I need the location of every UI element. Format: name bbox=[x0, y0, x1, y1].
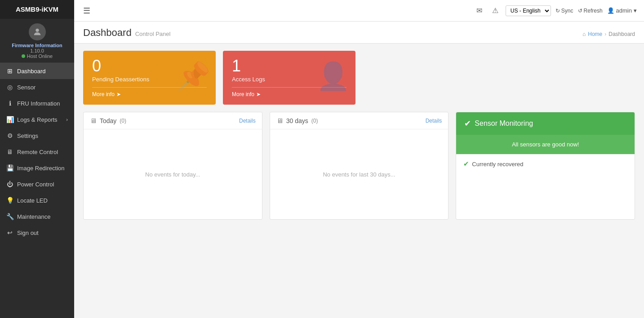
refresh-label: Refresh bbox=[584, 8, 603, 14]
sensor-recovered-row: ✔ Currently recovered bbox=[456, 154, 635, 173]
info-icon: ℹ bbox=[6, 100, 13, 107]
page-title-row: Dashboard Control Panel bbox=[83, 27, 170, 39]
today-label: Today bbox=[100, 117, 116, 124]
host-status: Host Online bbox=[22, 53, 53, 59]
wrench-icon: 🔧 bbox=[6, 213, 13, 220]
chevron-right-icon: › bbox=[66, 117, 68, 122]
cards-area: 0 Pending Deassertions 📌 More info ➤ 1 A… bbox=[74, 44, 644, 112]
sidebar-item-signout[interactable]: ↩ Sign out bbox=[0, 225, 74, 241]
disk-icon: 💾 bbox=[6, 164, 13, 172]
thirty-day-panel-title: 🖥 30 days (0) bbox=[276, 117, 318, 124]
today-panel-body: No events for today... bbox=[84, 129, 262, 219]
thirty-day-panel-body: No events for last 30 days... bbox=[270, 129, 449, 219]
sidebar-item-label: Locate LED bbox=[17, 197, 48, 204]
hamburger-button[interactable]: ☰ bbox=[81, 4, 92, 18]
sidebar-item-sensor[interactable]: ◎ Sensor bbox=[0, 79, 74, 95]
settings-icon: ⚙ bbox=[6, 132, 13, 139]
firmware-info-link[interactable]: Firmware Information bbox=[12, 43, 62, 48]
thirty-day-label: 30 days bbox=[286, 117, 308, 124]
middle-section: 🖥 Today (0) Details No events for today.… bbox=[74, 112, 644, 227]
sidebar-item-maintenance[interactable]: 🔧 Maintenance bbox=[0, 208, 74, 225]
sensor-monitoring-title: Sensor Monitoring bbox=[475, 119, 533, 128]
sidebar-item-dashboard[interactable]: ⊞ Dashboard bbox=[0, 63, 74, 79]
sensor-icon: ◎ bbox=[6, 84, 13, 91]
thirty-day-events-panel: 🖥 30 days (0) Details No events for last… bbox=[270, 112, 449, 220]
led-icon: 💡 bbox=[6, 197, 13, 204]
thirty-day-empty-message: No events for last 30 days... bbox=[323, 171, 395, 178]
sensor-panel-header: ✔ Sensor Monitoring bbox=[456, 112, 635, 135]
sidebar-item-label: Maintenance bbox=[17, 213, 50, 220]
sensor-monitoring-panel: ✔ Sensor Monitoring All sensors are good… bbox=[456, 112, 635, 220]
chevron-down-icon: ▾ bbox=[634, 7, 637, 14]
sensor-recovered-label: Currently recovered bbox=[472, 161, 523, 168]
alert-button[interactable]: ⚠ bbox=[489, 4, 501, 17]
sidebar: ASMB9-iKVM Firmware Information 1.10.0 H… bbox=[0, 0, 74, 318]
page-subtitle: Control Panel bbox=[135, 31, 171, 37]
host-online-dot bbox=[22, 54, 25, 58]
sidebar-item-settings[interactable]: ⚙ Settings bbox=[0, 128, 74, 144]
sidebar-item-label: Logs & Reports bbox=[17, 116, 58, 123]
thirty-day-count: (0) bbox=[311, 118, 318, 124]
sidebar-item-power-control[interactable]: ⏻ Power Control bbox=[0, 176, 74, 192]
dashboard-icon: ⊞ bbox=[6, 67, 13, 75]
sidebar-item-remote-control[interactable]: 🖥 Remote Control bbox=[0, 144, 74, 160]
sidebar-nav: ⊞ Dashboard ◎ Sensor ℹ FRU Information 📊… bbox=[0, 63, 74, 318]
sidebar-item-label: Sensor bbox=[17, 84, 36, 91]
today-panel-title: 🖥 Today (0) bbox=[90, 117, 126, 124]
more-info-label: More info bbox=[92, 91, 115, 97]
sidebar-item-label: Settings bbox=[17, 132, 38, 139]
sidebar-item-label: Dashboard bbox=[17, 68, 46, 75]
today-details-link[interactable]: Details bbox=[239, 118, 256, 124]
thirty-day-panel-header: 🖥 30 days (0) Details bbox=[270, 112, 449, 129]
sidebar-item-label: Remote Control bbox=[17, 149, 58, 155]
more-info-label: More info bbox=[232, 91, 254, 97]
sidebar-user-section: Firmware Information 1.10.0 Host Online bbox=[0, 19, 74, 63]
sidebar-item-image-redirection[interactable]: 💾 Image Redirection bbox=[0, 160, 74, 176]
sidebar-header: ASMB9-iKVM bbox=[0, 0, 74, 19]
page-title: Dashboard bbox=[83, 27, 132, 39]
mail-icon: ✉ bbox=[476, 7, 482, 14]
sidebar-item-logs[interactable]: 📊 Logs & Reports › bbox=[0, 111, 74, 128]
mail-button[interactable]: ✉ bbox=[474, 4, 485, 17]
sidebar-item-label: Power Control bbox=[17, 181, 54, 188]
breadcrumb-home[interactable]: Home bbox=[588, 31, 602, 37]
refresh-icon: ↺ bbox=[578, 8, 582, 14]
recovered-check-icon: ✔ bbox=[463, 160, 469, 168]
page-header: Dashboard Control Panel ⌂ Home › Dashboa… bbox=[74, 22, 644, 44]
breadcrumb: ⌂ Home › Dashboard bbox=[582, 31, 635, 37]
monitor-icon: 🖥 bbox=[6, 148, 13, 155]
sensor-good-message: All sensors are good now! bbox=[456, 135, 635, 154]
user-icon: 👤 bbox=[607, 7, 614, 14]
today-panel-header: 🖥 Today (0) Details bbox=[84, 112, 262, 129]
admin-button[interactable]: 👤 admin ▾ bbox=[607, 7, 637, 14]
breadcrumb-current: Dashboard bbox=[608, 31, 635, 37]
arrow-right-icon: ➤ bbox=[256, 91, 261, 97]
sidebar-item-locate-led[interactable]: 💡 Locate LED bbox=[0, 192, 74, 208]
today-events-panel: 🖥 Today (0) Details No events for today.… bbox=[83, 112, 262, 220]
access-logs-card: 1 Access Logs 👤 More info ➤ bbox=[223, 51, 355, 105]
today-count: (0) bbox=[120, 118, 126, 124]
sidebar-item-fru[interactable]: ℹ FRU Information bbox=[0, 95, 74, 111]
signout-icon: ↩ bbox=[6, 229, 13, 236]
sidebar-item-label: Sign out bbox=[17, 230, 39, 236]
alert-icon: ⚠ bbox=[492, 7, 498, 14]
admin-label: admin bbox=[616, 7, 632, 14]
sidebar-item-label: Image Redirection bbox=[17, 165, 65, 172]
checkmark-icon: ✔ bbox=[464, 119, 471, 128]
today-empty-message: No events for today... bbox=[145, 171, 200, 178]
arrow-right-icon: ➤ bbox=[116, 91, 121, 97]
sync-icon: ↻ bbox=[555, 8, 560, 14]
server-icon: 🖥 bbox=[90, 117, 97, 124]
thirty-day-details-link[interactable]: Details bbox=[426, 118, 442, 124]
pending-deassertions-card: 0 Pending Deassertions 📌 More info ➤ bbox=[83, 51, 216, 105]
firmware-version: 1.10.0 bbox=[30, 48, 44, 53]
language-select[interactable]: US - English bbox=[506, 5, 551, 16]
home-icon: ⌂ bbox=[582, 31, 586, 37]
app-name: ASMB9-iKVM bbox=[16, 5, 58, 13]
refresh-button[interactable]: ↺ Refresh bbox=[578, 8, 603, 14]
power-icon: ⏻ bbox=[6, 181, 13, 188]
main-content: ☰ ✉ ⚠ US - English ↻ Sync ↺ Refresh 👤 ad… bbox=[74, 0, 644, 318]
avatar bbox=[29, 23, 46, 40]
breadcrumb-separator: › bbox=[604, 31, 606, 37]
sync-button[interactable]: ↻ Sync bbox=[555, 8, 573, 14]
